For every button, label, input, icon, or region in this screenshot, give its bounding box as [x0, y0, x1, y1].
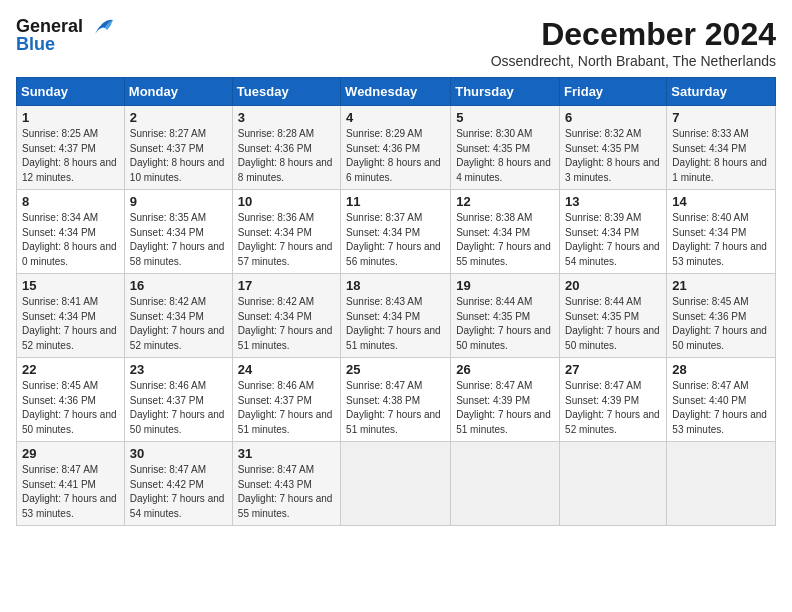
day-detail: Sunrise: 8:39 AM Sunset: 4:34 PM Dayligh…	[565, 211, 661, 269]
dow-header-thursday: Thursday	[451, 78, 560, 106]
calendar-week-2: 15Sunrise: 8:41 AM Sunset: 4:34 PM Dayli…	[17, 274, 776, 358]
day-detail: Sunrise: 8:42 AM Sunset: 4:34 PM Dayligh…	[238, 295, 335, 353]
day-number: 22	[22, 362, 119, 377]
calendar-day-17: 17Sunrise: 8:42 AM Sunset: 4:34 PM Dayli…	[232, 274, 340, 358]
day-detail: Sunrise: 8:30 AM Sunset: 4:35 PM Dayligh…	[456, 127, 554, 185]
calendar-week-3: 22Sunrise: 8:45 AM Sunset: 4:36 PM Dayli…	[17, 358, 776, 442]
calendar-day-22: 22Sunrise: 8:45 AM Sunset: 4:36 PM Dayli…	[17, 358, 125, 442]
day-number: 13	[565, 194, 661, 209]
day-detail: Sunrise: 8:32 AM Sunset: 4:35 PM Dayligh…	[565, 127, 661, 185]
day-detail: Sunrise: 8:44 AM Sunset: 4:35 PM Dayligh…	[456, 295, 554, 353]
day-detail: Sunrise: 8:45 AM Sunset: 4:36 PM Dayligh…	[672, 295, 770, 353]
day-detail: Sunrise: 8:47 AM Sunset: 4:39 PM Dayligh…	[565, 379, 661, 437]
day-number: 2	[130, 110, 227, 125]
calendar-day-3: 3Sunrise: 8:28 AM Sunset: 4:36 PM Daylig…	[232, 106, 340, 190]
calendar-body: 1Sunrise: 8:25 AM Sunset: 4:37 PM Daylig…	[17, 106, 776, 526]
day-detail: Sunrise: 8:41 AM Sunset: 4:34 PM Dayligh…	[22, 295, 119, 353]
dow-header-saturday: Saturday	[667, 78, 776, 106]
day-number: 23	[130, 362, 227, 377]
day-number: 27	[565, 362, 661, 377]
day-number: 30	[130, 446, 227, 461]
day-number: 9	[130, 194, 227, 209]
day-detail: Sunrise: 8:45 AM Sunset: 4:36 PM Dayligh…	[22, 379, 119, 437]
calendar-day-12: 12Sunrise: 8:38 AM Sunset: 4:34 PM Dayli…	[451, 190, 560, 274]
day-detail: Sunrise: 8:47 AM Sunset: 4:42 PM Dayligh…	[130, 463, 227, 521]
day-detail: Sunrise: 8:35 AM Sunset: 4:34 PM Dayligh…	[130, 211, 227, 269]
calendar-day-24: 24Sunrise: 8:46 AM Sunset: 4:37 PM Dayli…	[232, 358, 340, 442]
page-header: General Blue December 2024 Ossendrecht, …	[16, 16, 776, 69]
calendar-day-4: 4Sunrise: 8:29 AM Sunset: 4:36 PM Daylig…	[341, 106, 451, 190]
calendar-day-5: 5Sunrise: 8:30 AM Sunset: 4:35 PM Daylig…	[451, 106, 560, 190]
day-detail: Sunrise: 8:29 AM Sunset: 4:36 PM Dayligh…	[346, 127, 445, 185]
calendar-day-28: 28Sunrise: 8:47 AM Sunset: 4:40 PM Dayli…	[667, 358, 776, 442]
calendar-subtitle: Ossendrecht, North Brabant, The Netherla…	[491, 53, 776, 69]
calendar-empty-cell	[560, 442, 667, 526]
calendar-day-10: 10Sunrise: 8:36 AM Sunset: 4:34 PM Dayli…	[232, 190, 340, 274]
day-detail: Sunrise: 8:42 AM Sunset: 4:34 PM Dayligh…	[130, 295, 227, 353]
calendar-week-1: 8Sunrise: 8:34 AM Sunset: 4:34 PM Daylig…	[17, 190, 776, 274]
calendar-day-25: 25Sunrise: 8:47 AM Sunset: 4:38 PM Dayli…	[341, 358, 451, 442]
day-detail: Sunrise: 8:44 AM Sunset: 4:35 PM Dayligh…	[565, 295, 661, 353]
day-detail: Sunrise: 8:47 AM Sunset: 4:41 PM Dayligh…	[22, 463, 119, 521]
day-detail: Sunrise: 8:47 AM Sunset: 4:39 PM Dayligh…	[456, 379, 554, 437]
day-number: 19	[456, 278, 554, 293]
day-detail: Sunrise: 8:37 AM Sunset: 4:34 PM Dayligh…	[346, 211, 445, 269]
dow-header-monday: Monday	[124, 78, 232, 106]
calendar-day-27: 27Sunrise: 8:47 AM Sunset: 4:39 PM Dayli…	[560, 358, 667, 442]
day-number: 20	[565, 278, 661, 293]
calendar-day-23: 23Sunrise: 8:46 AM Sunset: 4:37 PM Dayli…	[124, 358, 232, 442]
calendar-title: December 2024	[491, 16, 776, 53]
days-of-week-row: SundayMondayTuesdayWednesdayThursdayFrid…	[17, 78, 776, 106]
calendar-empty-cell	[667, 442, 776, 526]
day-detail: Sunrise: 8:43 AM Sunset: 4:34 PM Dayligh…	[346, 295, 445, 353]
calendar-day-7: 7Sunrise: 8:33 AM Sunset: 4:34 PM Daylig…	[667, 106, 776, 190]
day-number: 5	[456, 110, 554, 125]
calendar-day-26: 26Sunrise: 8:47 AM Sunset: 4:39 PM Dayli…	[451, 358, 560, 442]
calendar-day-6: 6Sunrise: 8:32 AM Sunset: 4:35 PM Daylig…	[560, 106, 667, 190]
day-number: 3	[238, 110, 335, 125]
dow-header-tuesday: Tuesday	[232, 78, 340, 106]
day-detail: Sunrise: 8:46 AM Sunset: 4:37 PM Dayligh…	[238, 379, 335, 437]
day-number: 4	[346, 110, 445, 125]
day-detail: Sunrise: 8:28 AM Sunset: 4:36 PM Dayligh…	[238, 127, 335, 185]
calendar-day-1: 1Sunrise: 8:25 AM Sunset: 4:37 PM Daylig…	[17, 106, 125, 190]
calendar-day-9: 9Sunrise: 8:35 AM Sunset: 4:34 PM Daylig…	[124, 190, 232, 274]
day-number: 31	[238, 446, 335, 461]
day-detail: Sunrise: 8:47 AM Sunset: 4:43 PM Dayligh…	[238, 463, 335, 521]
day-number: 24	[238, 362, 335, 377]
calendar-day-14: 14Sunrise: 8:40 AM Sunset: 4:34 PM Dayli…	[667, 190, 776, 274]
day-number: 26	[456, 362, 554, 377]
day-detail: Sunrise: 8:40 AM Sunset: 4:34 PM Dayligh…	[672, 211, 770, 269]
day-number: 17	[238, 278, 335, 293]
day-number: 10	[238, 194, 335, 209]
day-number: 21	[672, 278, 770, 293]
day-detail: Sunrise: 8:36 AM Sunset: 4:34 PM Dayligh…	[238, 211, 335, 269]
day-number: 18	[346, 278, 445, 293]
logo-blue: Blue	[16, 34, 55, 55]
calendar-empty-cell	[341, 442, 451, 526]
calendar-day-29: 29Sunrise: 8:47 AM Sunset: 4:41 PM Dayli…	[17, 442, 125, 526]
day-detail: Sunrise: 8:46 AM Sunset: 4:37 PM Dayligh…	[130, 379, 227, 437]
calendar-empty-cell	[451, 442, 560, 526]
calendar-day-8: 8Sunrise: 8:34 AM Sunset: 4:34 PM Daylig…	[17, 190, 125, 274]
dow-header-wednesday: Wednesday	[341, 78, 451, 106]
day-number: 16	[130, 278, 227, 293]
calendar-day-21: 21Sunrise: 8:45 AM Sunset: 4:36 PM Dayli…	[667, 274, 776, 358]
day-number: 7	[672, 110, 770, 125]
logo-bird-icon	[85, 16, 115, 38]
calendar-week-4: 29Sunrise: 8:47 AM Sunset: 4:41 PM Dayli…	[17, 442, 776, 526]
day-detail: Sunrise: 8:47 AM Sunset: 4:40 PM Dayligh…	[672, 379, 770, 437]
calendar-day-11: 11Sunrise: 8:37 AM Sunset: 4:34 PM Dayli…	[341, 190, 451, 274]
day-number: 29	[22, 446, 119, 461]
dow-header-friday: Friday	[560, 78, 667, 106]
day-number: 1	[22, 110, 119, 125]
dow-header-sunday: Sunday	[17, 78, 125, 106]
day-detail: Sunrise: 8:33 AM Sunset: 4:34 PM Dayligh…	[672, 127, 770, 185]
logo: General Blue	[16, 16, 115, 55]
day-detail: Sunrise: 8:25 AM Sunset: 4:37 PM Dayligh…	[22, 127, 119, 185]
day-number: 12	[456, 194, 554, 209]
calendar-day-18: 18Sunrise: 8:43 AM Sunset: 4:34 PM Dayli…	[341, 274, 451, 358]
day-number: 14	[672, 194, 770, 209]
day-detail: Sunrise: 8:34 AM Sunset: 4:34 PM Dayligh…	[22, 211, 119, 269]
calendar-day-15: 15Sunrise: 8:41 AM Sunset: 4:34 PM Dayli…	[17, 274, 125, 358]
